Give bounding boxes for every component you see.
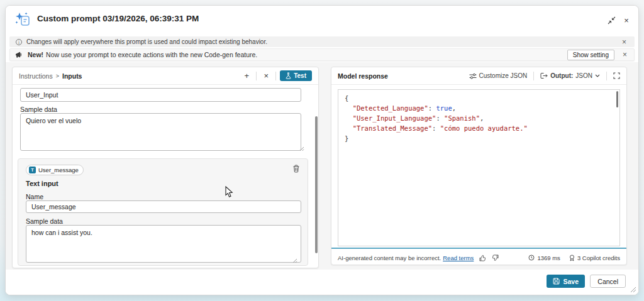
codegen-news-text: New!Now use your prompt to execute actio…: [28, 51, 257, 58]
breadcrumb-separator: >: [56, 73, 59, 79]
info-icon: i: [16, 39, 22, 45]
new-badge: New!: [28, 51, 43, 58]
close-test-pane-icon[interactable]: ×: [260, 70, 272, 82]
cancel-button[interactable]: Cancel: [590, 275, 626, 288]
output-icon: [540, 72, 548, 79]
thumbs-up-icon[interactable]: [479, 254, 486, 261]
section-title: Text input: [26, 180, 58, 187]
main-area: Instructions > Inputs + × Test Sample da…: [6, 62, 638, 270]
breadcrumb-inputs: Inputs: [62, 72, 82, 80]
chevron-down-icon: [595, 74, 600, 77]
copilot-credits-icon: [569, 254, 575, 261]
model-response-header: Model response Customize JSON: [331, 67, 626, 85]
inputs-panel-header: Instructions > Inputs + × Test: [13, 67, 318, 85]
model-response-panel: Model response Customize JSON: [331, 67, 627, 265]
response-focus-underline: [331, 248, 626, 249]
input-name-field[interactable]: [20, 88, 301, 102]
sliders-icon: [469, 73, 477, 79]
show-setting-button[interactable]: Show setting: [567, 50, 614, 60]
copilot-prompt-icon: [14, 11, 31, 28]
name-label: Name: [26, 193, 43, 200]
codegen-news-banner: New!Now use your prompt to execute actio…: [9, 48, 635, 61]
clock-icon: [528, 254, 535, 261]
save-button[interactable]: Save: [547, 275, 585, 288]
dialog-footer: Save Cancel: [6, 270, 638, 295]
output-format-dropdown[interactable]: Output: JSON: [540, 72, 600, 79]
sample-data-label-2: Sample data: [26, 217, 63, 225]
sample-data-textarea[interactable]: [20, 113, 301, 151]
sample-data-textarea-2[interactable]: [26, 225, 301, 263]
model-response-title: Model response: [338, 72, 388, 80]
dialog-title: Custom prompt 03/19/2026, 06:39:31 PM: [37, 14, 199, 23]
breadcrumb-instructions[interactable]: Instructions: [19, 72, 53, 80]
banner2-close-icon[interactable]: ×: [621, 50, 629, 59]
megaphone-icon: [15, 51, 23, 58]
add-input-icon[interactable]: +: [241, 70, 252, 82]
inputs-panel: Instructions > Inputs + × Test Sample da…: [12, 67, 319, 268]
impact-warning-banner: i Changes will apply everywhere this pro…: [9, 36, 635, 47]
latency-metric: 1369 ms: [528, 254, 560, 261]
user-message-chip[interactable]: T User_message: [26, 165, 84, 175]
inputs-panel-scrollbar[interactable]: [315, 116, 318, 253]
fullscreen-icon[interactable]: [613, 72, 620, 79]
model-response-footer: AI-generated content may be incorrect. R…: [338, 251, 620, 265]
read-terms-link[interactable]: Read terms: [443, 254, 474, 261]
text-variable-icon: T: [29, 167, 36, 173]
code-scrollbar[interactable]: [616, 91, 618, 107]
ai-disclaimer: AI-generated content may be incorrect.: [338, 254, 441, 261]
test-button[interactable]: Test: [280, 70, 312, 81]
sample-data-label: Sample data: [20, 106, 57, 113]
chip-label: User_message: [38, 167, 79, 173]
name-field[interactable]: [26, 200, 301, 213]
banner-close-icon[interactable]: ×: [620, 38, 628, 47]
customize-json-button[interactable]: Customize JSON: [469, 72, 528, 79]
credits-metric: 3 Copilot credits: [569, 254, 620, 261]
thumbs-down-icon[interactable]: [492, 254, 499, 261]
close-icon[interactable]: ×: [621, 14, 632, 26]
collapse-icon[interactable]: [606, 14, 617, 26]
delete-input-icon[interactable]: [292, 165, 300, 173]
dialog-header: Custom prompt 03/19/2026, 06:39:31 PM ×: [6, 6, 638, 33]
flask-icon: [286, 72, 291, 79]
text-input-card: T User_message Text input Name Sample da…: [18, 158, 308, 266]
custom-prompt-dialog: Custom prompt 03/19/2026, 06:39:31 PM × …: [5, 5, 639, 295]
model-response-code[interactable]: { "Detected_Language": true, "User_Input…: [338, 89, 620, 246]
dialog-resize-grip[interactable]: [630, 286, 636, 293]
save-icon: [553, 278, 560, 285]
impact-warning-text: Changes will apply everywhere this promp…: [26, 38, 267, 45]
